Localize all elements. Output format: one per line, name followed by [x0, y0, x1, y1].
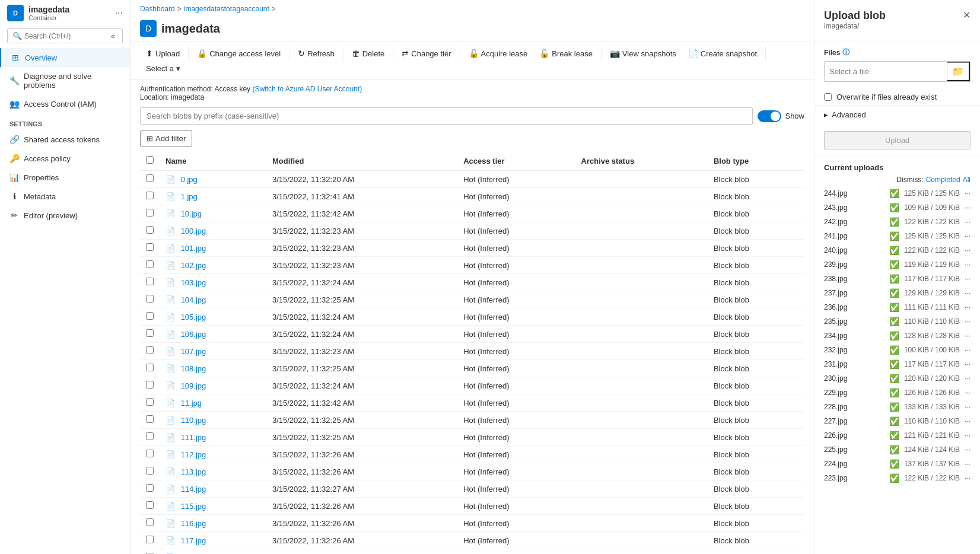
break-lease-button[interactable]: 🔓 Break lease	[533, 46, 599, 61]
delete-button[interactable]: 🗑 Delete	[346, 46, 391, 61]
resource-menu-button[interactable]: ···	[115, 8, 123, 18]
file-name[interactable]: 109.jpg	[181, 381, 206, 390]
row-checkbox[interactable]	[146, 329, 154, 337]
upload-item-more-button[interactable]: ···	[965, 232, 971, 240]
row-checkbox[interactable]	[146, 226, 154, 234]
row-checkbox[interactable]	[146, 209, 154, 216]
files-info-icon[interactable]: ⓘ	[842, 47, 849, 58]
row-checkbox[interactable]	[146, 484, 154, 492]
file-name[interactable]: 110.jpg	[181, 416, 206, 425]
dismiss-completed-link[interactable]: Completed	[926, 176, 960, 184]
select-button[interactable]: Select a ▾	[140, 61, 186, 76]
upload-item-more-button[interactable]: ···	[965, 275, 971, 283]
add-filter-button[interactable]: ⊞ Add filter	[140, 130, 192, 147]
advanced-section[interactable]: ▸ Advanced	[814, 105, 980, 124]
upload-item-more-button[interactable]: ···	[965, 289, 971, 297]
file-name[interactable]: 102.jpg	[181, 261, 206, 270]
file-name[interactable]: 1.jpg	[181, 192, 198, 201]
file-name[interactable]: 107.jpg	[181, 347, 206, 356]
upload-item-more-button[interactable]: ···	[965, 445, 971, 454]
acquire-lease-button[interactable]: 🔓 Acquire lease	[463, 46, 534, 61]
sidebar-item-access-policy[interactable]: 🔑 Access policy	[0, 149, 130, 168]
refresh-button[interactable]: ↻ Refresh	[292, 46, 341, 61]
breadcrumb-dashboard[interactable]: Dashboard	[140, 5, 175, 13]
file-name[interactable]: 111.jpg	[181, 433, 206, 442]
breadcrumb-storage-account[interactable]: imagesdatastorageaccount	[184, 5, 269, 13]
file-name[interactable]: 106.jpg	[181, 330, 206, 339]
upload-item-more-button[interactable]: ···	[965, 474, 971, 482]
sidebar-item-metadata[interactable]: ℹ Metadata	[0, 187, 130, 206]
file-name[interactable]: 11.jpg	[181, 399, 202, 407]
file-name[interactable]: 100.jpg	[181, 227, 206, 235]
upload-item-more-button[interactable]: ···	[965, 403, 971, 411]
change-access-button[interactable]: 🔒 Change access level	[191, 46, 287, 61]
sidebar-item-editor[interactable]: ✏ Editor (preview)	[0, 206, 130, 225]
upload-item-more-button[interactable]: ···	[965, 417, 971, 425]
upload-item-more-button[interactable]: ···	[965, 203, 971, 212]
sidebar-item-shared-access[interactable]: 🔗 Shared access tokens	[0, 130, 130, 149]
sidebar-item-overview[interactable]: ⊞ Overview	[0, 48, 130, 67]
row-checkbox[interactable]	[146, 260, 154, 268]
blob-search-input[interactable]	[140, 107, 753, 125]
row-checkbox[interactable]	[146, 192, 154, 199]
upload-item-more-button[interactable]: ···	[965, 260, 971, 269]
row-checkbox[interactable]	[146, 518, 154, 526]
row-checkbox[interactable]	[146, 398, 154, 406]
close-panel-button[interactable]: ✕	[963, 9, 971, 21]
upload-button[interactable]: ⬆ Upload	[140, 46, 186, 61]
row-checkbox[interactable]	[146, 243, 154, 251]
change-tier-button[interactable]: ⇄ Change tier	[396, 46, 457, 61]
upload-item-more-button[interactable]: ···	[965, 389, 971, 397]
sidebar-item-diagnose[interactable]: 🔧 Diagnose and solve problems	[0, 67, 130, 94]
row-checkbox[interactable]	[146, 381, 154, 389]
file-name[interactable]: 10.jpg	[181, 209, 202, 218]
sidebar-item-access-control[interactable]: 👥 Access Control (IAM)	[0, 94, 130, 113]
row-checkbox[interactable]	[146, 346, 154, 354]
row-checkbox[interactable]	[146, 278, 154, 285]
collapse-icon[interactable]: «	[111, 31, 115, 40]
upload-item-more-button[interactable]: ···	[965, 431, 971, 440]
file-name[interactable]: 115.jpg	[181, 502, 206, 511]
row-checkbox[interactable]	[146, 364, 154, 371]
row-checkbox[interactable]	[146, 415, 154, 423]
row-checkbox[interactable]	[146, 450, 154, 457]
file-name[interactable]: 108.jpg	[181, 364, 206, 373]
upload-item-more-button[interactable]: ···	[965, 374, 971, 383]
upload-item-more-button[interactable]: ···	[965, 189, 971, 198]
select-all-checkbox[interactable]	[146, 156, 154, 164]
overwrite-checkbox[interactable]	[824, 93, 832, 101]
row-checkbox[interactable]	[146, 295, 154, 303]
upload-item-more-button[interactable]: ···	[965, 360, 971, 368]
file-name[interactable]: 117.jpg	[181, 536, 206, 545]
upload-item-more-button[interactable]: ···	[965, 246, 971, 254]
file-name[interactable]: 105.jpg	[181, 313, 206, 321]
file-name[interactable]: 103.jpg	[181, 278, 206, 287]
upload-item-more-button[interactable]: ···	[965, 218, 971, 226]
row-checkbox[interactable]	[146, 174, 154, 182]
sidebar-search-box[interactable]: 🔍 «	[7, 28, 123, 43]
switch-auth-link[interactable]: (Switch to Azure AD User Account)	[252, 85, 362, 93]
row-checkbox[interactable]	[146, 432, 154, 440]
file-name[interactable]: 101.jpg	[181, 244, 206, 253]
row-checkbox[interactable]	[146, 501, 154, 509]
file-input[interactable]	[825, 64, 947, 79]
create-snapshot-button[interactable]: 📄 Create snapshot	[682, 46, 763, 61]
file-name[interactable]: 113.jpg	[181, 467, 206, 476]
row-checkbox[interactable]	[146, 467, 154, 475]
file-name[interactable]: 0.jpg	[181, 175, 198, 184]
row-checkbox[interactable]	[146, 312, 154, 320]
upload-item-more-button[interactable]: ···	[965, 332, 971, 340]
upload-item-more-button[interactable]: ···	[965, 460, 971, 468]
upload-button-panel[interactable]: Upload	[824, 131, 971, 149]
show-toggle[interactable]	[758, 110, 781, 122]
upload-item-more-button[interactable]: ···	[965, 346, 971, 354]
file-browse-button[interactable]: 📁	[947, 62, 970, 81]
view-snapshots-button[interactable]: 📷 View snapshots	[604, 46, 682, 61]
file-name[interactable]: 114.jpg	[181, 485, 206, 493]
file-name[interactable]: 116.jpg	[181, 519, 206, 528]
file-name[interactable]: 104.jpg	[181, 295, 206, 304]
upload-item-more-button[interactable]: ···	[965, 303, 971, 311]
sidebar-item-properties[interactable]: 📊 Properties	[0, 168, 130, 187]
upload-item-more-button[interactable]: ···	[965, 317, 971, 326]
row-checkbox[interactable]	[146, 536, 154, 543]
